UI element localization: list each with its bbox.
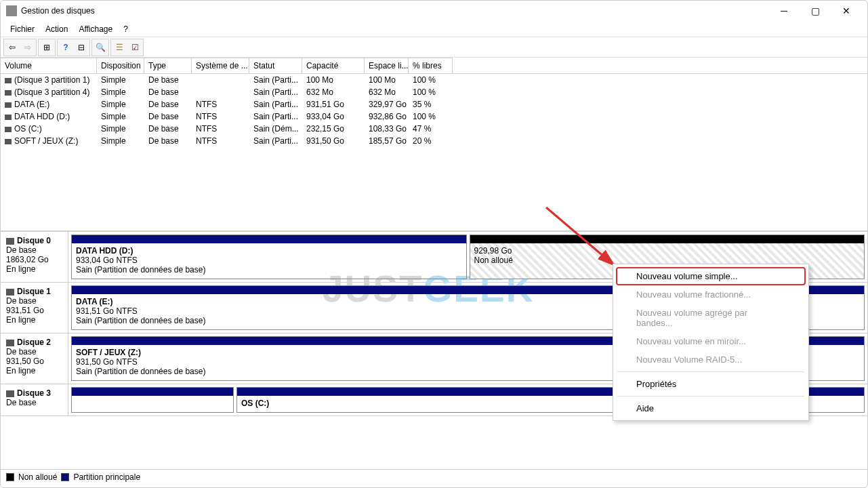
menu-action[interactable]: Action [40, 23, 73, 35]
col-capacity[interactable]: Capacité [302, 58, 365, 73]
col-status[interactable]: Statut [249, 58, 302, 73]
table-row[interactable]: DATA (E:)SimpleDe baseNTFSSain (Parti...… [1, 98, 867, 110]
cell-capacity: 632 Mo [302, 87, 365, 98]
cell-layout: Simple [97, 136, 144, 146]
app-icon [6, 5, 17, 16]
cell-pct: 100 % [409, 87, 453, 98]
cell-capacity: 232,15 Go [302, 123, 365, 134]
menu-file[interactable]: Fichier [5, 23, 40, 35]
cell-type: De base [144, 111, 192, 122]
cell-type: De base [144, 99, 192, 110]
col-layout[interactable]: Disposition [97, 58, 144, 73]
col-type[interactable]: Type [144, 58, 192, 73]
cell-fs: NTFS [192, 111, 249, 122]
table-row[interactable]: OS (C:)SimpleDe baseNTFSSain (Dém...232,… [1, 123, 867, 135]
legend: Non alloué Partition principale [1, 469, 867, 485]
cell-free: 100 Mo [365, 75, 409, 85]
legend-primary-box [61, 473, 69, 481]
back-button[interactable]: ⇦ [5, 40, 20, 55]
cell-type: De base [144, 75, 192, 85]
view-settings-button[interactable]: ⊟ [74, 40, 89, 55]
menu-properties[interactable]: Propriétés [616, 375, 806, 393]
menu-separator [617, 371, 804, 372]
legend-unallocated-label: Non alloué [18, 472, 57, 482]
col-volume[interactable]: Volume [1, 58, 97, 73]
cell-free: 329,97 Go [365, 99, 409, 110]
cell-fs: NTFS [192, 136, 249, 146]
minimize-button[interactable]: ─ [768, 1, 800, 21]
cell-pct: 100 % [409, 75, 453, 85]
menu-new-striped-volume: Nouveau volume agrégé par bandes... [616, 304, 806, 332]
check-button[interactable]: ☑ [127, 40, 142, 55]
cell-volume: (Disque 3 partition 1) [1, 75, 97, 85]
cell-capacity: 933,04 Go [302, 111, 365, 122]
menu-view[interactable]: Affichage [73, 23, 118, 35]
menu-help[interactable]: Aide [616, 399, 806, 418]
disk-label: Disque 0De base1863,02 GoEn ligne [1, 232, 68, 282]
help-button[interactable]: ? [58, 40, 73, 55]
cell-free: 632 Mo [365, 87, 409, 98]
cell-pct: 20 % [409, 136, 453, 146]
menu-new-raid5-volume: Nouveau Volume RAID-5... [616, 350, 806, 369]
legend-primary-label: Partition principale [73, 472, 140, 482]
legend-unallocated-box [6, 473, 14, 481]
cell-status: Sain (Parti... [249, 111, 302, 122]
menu-new-simple-volume[interactable]: Nouveau volume simple... [616, 267, 806, 285]
cell-free: 932,86 Go [365, 111, 409, 122]
menu-help[interactable]: ? [118, 23, 133, 35]
cell-fs: NTFS [192, 123, 249, 134]
cell-capacity: 931,51 Go [302, 99, 365, 110]
cell-type: De base [144, 136, 192, 146]
cell-free: 108,33 Go [365, 123, 409, 134]
col-free[interactable]: Espace li... [365, 58, 409, 73]
close-button[interactable]: ✕ [831, 1, 862, 21]
cell-capacity: 100 Mo [302, 75, 365, 85]
cell-status: Sain (Dém... [249, 123, 302, 134]
cell-type: De base [144, 123, 192, 134]
cell-volume: DATA (E:) [1, 99, 97, 110]
forward-button[interactable]: ⇨ [20, 40, 35, 55]
cell-layout: Simple [97, 111, 144, 122]
cell-layout: Simple [97, 87, 144, 98]
cell-capacity: 931,50 Go [302, 136, 365, 146]
maximize-button[interactable]: ▢ [800, 1, 831, 21]
cell-fs [192, 87, 249, 98]
cell-pct: 35 % [409, 99, 453, 110]
menu-new-spanned-volume: Nouveau volume fractionné... [616, 285, 806, 304]
window-title: Gestion des disques [21, 6, 768, 16]
cell-volume: SOFT / JEUX (Z:) [1, 136, 97, 146]
menubar: Fichier Action Affichage ? [1, 21, 867, 37]
menu-separator [617, 396, 804, 396]
cell-status: Sain (Parti... [249, 75, 302, 85]
cell-layout: Simple [97, 75, 144, 85]
partition-box[interactable]: DATA HDD (D:)933,04 Go NTFSSain (Partiti… [71, 235, 467, 279]
table-row[interactable]: (Disque 3 partition 1)SimpleDe baseSain … [1, 74, 867, 86]
show-hide-button[interactable]: ⊞ [39, 40, 54, 55]
disk-label: Disque 1De base931,51 GoEn ligne [1, 283, 68, 333]
list-view-button[interactable]: ☰ [112, 40, 127, 55]
table-row[interactable]: SOFT / JEUX (Z:)SimpleDe baseNTFSSain (P… [1, 135, 867, 147]
partition-box[interactable] [71, 387, 234, 413]
refresh-button[interactable]: 🔍 [93, 40, 108, 55]
cell-fs [192, 75, 249, 85]
cell-volume: OS (C:) [1, 123, 97, 134]
disk-label: Disque 3De base [1, 384, 68, 415]
cell-volume: DATA HDD (D:) [1, 111, 97, 122]
table-row[interactable]: DATA HDD (D:)SimpleDe baseNTFSSain (Part… [1, 110, 867, 123]
cell-status: Sain (Parti... [249, 87, 302, 98]
table-row[interactable]: (Disque 3 partition 4)SimpleDe baseSain … [1, 86, 867, 98]
cell-layout: Simple [97, 123, 144, 134]
volume-table-header: Volume Disposition Type Système de ... S… [1, 58, 867, 74]
cell-pct: 100 % [409, 111, 453, 122]
cell-layout: Simple [97, 99, 144, 110]
cell-status: Sain (Parti... [249, 136, 302, 146]
cell-type: De base [144, 87, 192, 98]
col-filesystem[interactable]: Système de ... [192, 58, 249, 73]
cell-status: Sain (Parti... [249, 99, 302, 110]
cell-pct: 47 % [409, 123, 453, 134]
cell-volume: (Disque 3 partition 4) [1, 87, 97, 98]
col-pctfree[interactable]: % libres [409, 58, 453, 73]
cell-fs: NTFS [192, 99, 249, 110]
cell-free: 185,57 Go [365, 136, 409, 146]
titlebar: Gestion des disques ─ ▢ ✕ [1, 1, 867, 21]
